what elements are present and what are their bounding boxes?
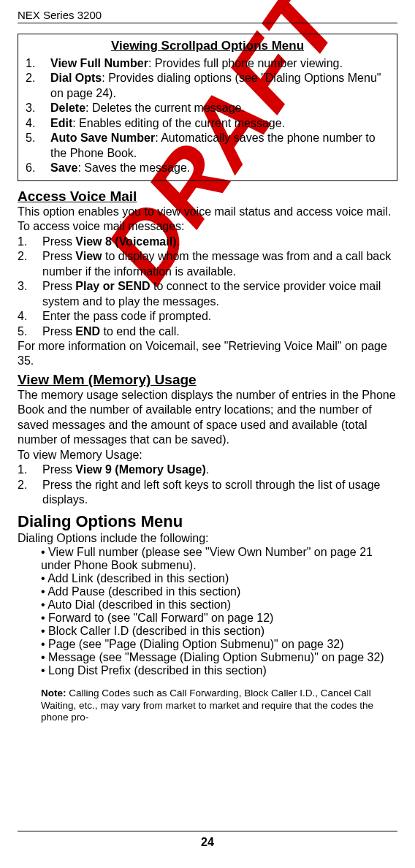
box-item: 6.Save: Saves the message. [26, 161, 389, 175]
paragraph: Dialing Options include the following: [18, 531, 397, 546]
step-number: 1. [18, 235, 42, 249]
step-number: 4. [18, 309, 42, 324]
bullet-item: Page (see "Page (Dialing Option Submenu)… [41, 638, 397, 651]
header-rule [18, 23, 397, 23]
step-item: 5.Press END to end the call. [18, 324, 397, 339]
bullet-item: View Full number (please see "View Own N… [41, 546, 397, 572]
paragraph: This option enables you to view voice ma… [18, 205, 397, 219]
step-item: 3.Press Play or SEND to connect to the s… [18, 279, 397, 309]
item-number: 1. [26, 56, 50, 71]
bullet-item: Forward to (see "Call Forward" on page 1… [41, 612, 397, 625]
section-memory-usage-title: View Mem (Memory) Usage [18, 372, 397, 388]
step-item: 2.Press the right and left soft keys to … [18, 478, 397, 508]
bullet-item: Long Dist Prefix (described in this sect… [41, 664, 397, 677]
step-number: 3. [18, 279, 42, 294]
step-text: Press END to end the call. [42, 324, 397, 339]
item-number: 4. [26, 116, 50, 131]
options-box: Viewing Scrollpad Options Menu 1.View Fu… [18, 34, 397, 181]
item-text: Auto Save Number: Automatically saves th… [50, 131, 389, 161]
item-number: 3. [26, 101, 50, 115]
paragraph: For more information on Voicemail, see "… [18, 339, 397, 369]
item-text: Save: Saves the message. [50, 161, 389, 175]
step-text: Press Play or SEND to connect to the ser… [42, 279, 397, 309]
box-title: Viewing Scrollpad Options Menu [26, 39, 389, 53]
step-number: 2. [18, 478, 42, 492]
box-item: 4.Edit: Enables editing of the current m… [26, 116, 389, 131]
step-text: Press the right and left soft keys to sc… [42, 478, 397, 508]
box-list: 1.View Full Number: Provides full phone … [26, 56, 389, 176]
step-item: 4.Enter the pass code if prompted. [18, 309, 397, 324]
step-text: Press View to display whom the message w… [42, 249, 397, 279]
step-number: 1. [18, 462, 42, 477]
box-item: 5.Auto Save Number: Automatically saves … [26, 131, 389, 161]
bullet-item: Auto Dial (described in this section) [41, 598, 397, 612]
footer-rule [18, 831, 397, 831]
page-header: NEX Series 3200 [18, 9, 397, 21]
paragraph: To access voice mail messages: [18, 219, 397, 234]
step-text: Enter the pass code if prompted. [42, 309, 397, 324]
step-item: 1.Press View 9 (Memory Usage). [18, 462, 397, 477]
bullet-item: Add Pause (described in this section) [41, 585, 397, 598]
item-number: 2. [26, 71, 50, 85]
box-item: 1.View Full Number: Provides full phone … [26, 56, 389, 71]
paragraph: To view Memory Usage: [18, 448, 397, 462]
bullet-item: Block Caller I.D (described in this sect… [41, 625, 397, 638]
step-text: Press View 9 (Memory Usage). [42, 462, 397, 477]
bullet-list: View Full number (please see "View Own N… [18, 546, 397, 677]
steps-list: 1.Press View 8 (Voicemail). 2.Press View… [18, 235, 397, 339]
bullet-item: Add Link (described in this section) [41, 572, 397, 585]
page-number: 24 [0, 836, 415, 849]
step-item: 2.Press View to display whom the message… [18, 249, 397, 279]
item-number: 6. [26, 161, 50, 175]
section-dialing-options-title: Dialing Options Menu [18, 512, 397, 531]
item-text: Dial Opts: Provides dialing options (see… [50, 71, 389, 101]
step-number: 5. [18, 324, 42, 339]
step-text: Press View 8 (Voicemail). [42, 235, 397, 249]
steps-list: 1.Press View 9 (Memory Usage). 2.Press t… [18, 462, 397, 507]
note-text: Note: Calling Codes such as Call Forward… [18, 688, 397, 725]
bullet-item: Message (see "Message (Dialing Option Su… [41, 651, 397, 664]
box-item: 2.Dial Opts: Provides dialing options (s… [26, 71, 389, 101]
item-text: Edit: Enables editing of the current mes… [50, 116, 389, 131]
box-item: 3.Delete: Deletes the current message. [26, 101, 389, 115]
item-text: Delete: Deletes the current message. [50, 101, 389, 115]
step-number: 2. [18, 249, 42, 264]
item-text: View Full Number: Provides full phone nu… [50, 56, 389, 71]
paragraph: The memory usage selection displays the … [18, 388, 397, 448]
item-number: 5. [26, 131, 50, 145]
section-access-voicemail-title: Access Voice Mail [18, 189, 397, 205]
step-item: 1.Press View 8 (Voicemail). [18, 235, 397, 249]
